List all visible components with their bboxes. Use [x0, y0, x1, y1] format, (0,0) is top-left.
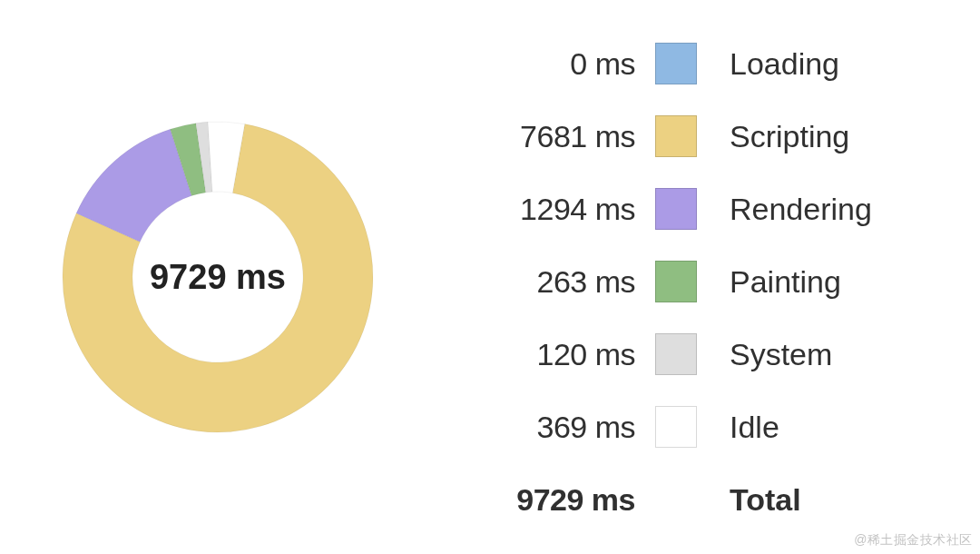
legend-label: System — [730, 337, 953, 372]
legend-swatch — [655, 43, 697, 84]
legend-row-idle: 369 ms Idle — [436, 391, 953, 463]
legend-label: Painting — [730, 264, 953, 300]
legend-value: 120 ms — [436, 337, 635, 372]
legend-swatch — [655, 261, 697, 302]
legend-value: 263 ms — [436, 264, 635, 300]
legend-value: 1294 ms — [436, 192, 635, 227]
legend-label: Scripting — [730, 119, 953, 154]
legend: 0 ms Loading 7681 ms Scripting 1294 ms R… — [436, 18, 980, 536]
legend-value: 0 ms — [436, 46, 635, 82]
legend-label-total: Total — [730, 482, 953, 518]
legend-value: 369 ms — [436, 410, 635, 445]
legend-row-loading: 0 ms Loading — [436, 27, 953, 100]
donut-chart-area: 9729 ms — [0, 0, 436, 554]
legend-swatch — [655, 406, 697, 448]
donut-chart: 9729 ms — [54, 114, 381, 440]
legend-row-rendering: 1294 ms Rendering — [436, 173, 953, 245]
watermark: @稀土掘金技术社区 — [854, 532, 973, 549]
legend-row-system: 120 ms System — [436, 318, 953, 391]
legend-swatch — [655, 333, 697, 375]
legend-label: Loading — [730, 46, 953, 82]
legend-value-total: 9729 ms — [436, 482, 635, 518]
legend-value: 7681 ms — [436, 119, 635, 154]
legend-swatch — [655, 115, 697, 157]
legend-label: Idle — [730, 410, 953, 445]
legend-row-scripting: 7681 ms Scripting — [436, 100, 953, 173]
legend-swatch — [655, 188, 697, 230]
legend-row-total: 9729 ms Total — [436, 463, 953, 536]
legend-row-painting: 263 ms Painting — [436, 245, 953, 318]
legend-label: Rendering — [730, 192, 953, 227]
donut-svg — [54, 114, 381, 440]
